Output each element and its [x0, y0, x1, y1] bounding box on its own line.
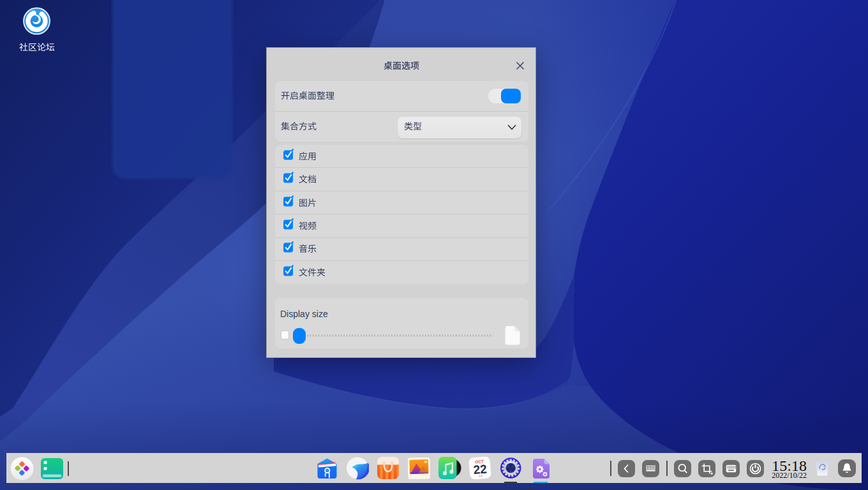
svg-text:SAT: SAT	[478, 474, 483, 478]
